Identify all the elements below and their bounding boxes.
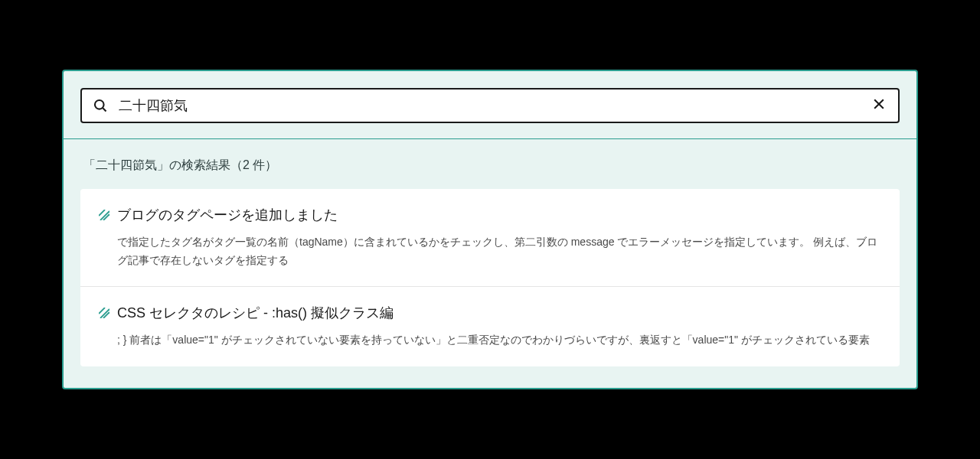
result-title: CSS セレクタのレシピ - :has() 擬似クラス編: [117, 304, 394, 322]
results-heading: 「二十四節気」の検索結果（2 件）: [80, 158, 900, 174]
search-panel: 「二十四節気」の検索結果（2 件） ブログのタグページを追加しました で指定した…: [62, 70, 918, 389]
result-snippet: で指定したタグ名がタグ一覧の名前（tagName）に含まれているかをチェックし、…: [99, 233, 881, 270]
search-icon: [93, 98, 108, 113]
svg-point-0: [95, 100, 104, 109]
svg-line-7: [99, 308, 105, 314]
search-header: [64, 71, 916, 138]
hatch-icon: [99, 210, 109, 220]
svg-line-4: [99, 210, 105, 216]
close-icon: [871, 96, 887, 114]
result-snippet: ; } 前者は「value="1" がチェックされていない要素を持っていない」と…: [99, 331, 881, 350]
hatch-icon: [99, 308, 109, 318]
search-input-wrapper: [80, 88, 900, 123]
results-list: ブログのタグページを追加しました で指定したタグ名がタグ一覧の名前（tagNam…: [80, 189, 900, 366]
results-section: 「二十四節気」の検索結果（2 件） ブログのタグページを追加しました で指定した…: [64, 139, 916, 388]
result-title-row: ブログのタグページを追加しました: [99, 206, 881, 224]
clear-button[interactable]: [871, 97, 887, 114]
svg-line-1: [103, 108, 106, 111]
result-item[interactable]: ブログのタグページを追加しました で指定したタグ名がタグ一覧の名前（tagNam…: [80, 189, 900, 288]
result-title-row: CSS セレクタのレシピ - :has() 擬似クラス編: [99, 304, 881, 322]
search-input[interactable]: [119, 97, 860, 113]
result-title: ブログのタグページを追加しました: [117, 206, 338, 224]
result-item[interactable]: CSS セレクタのレシピ - :has() 擬似クラス編 ; } 前者は「val…: [80, 287, 900, 366]
